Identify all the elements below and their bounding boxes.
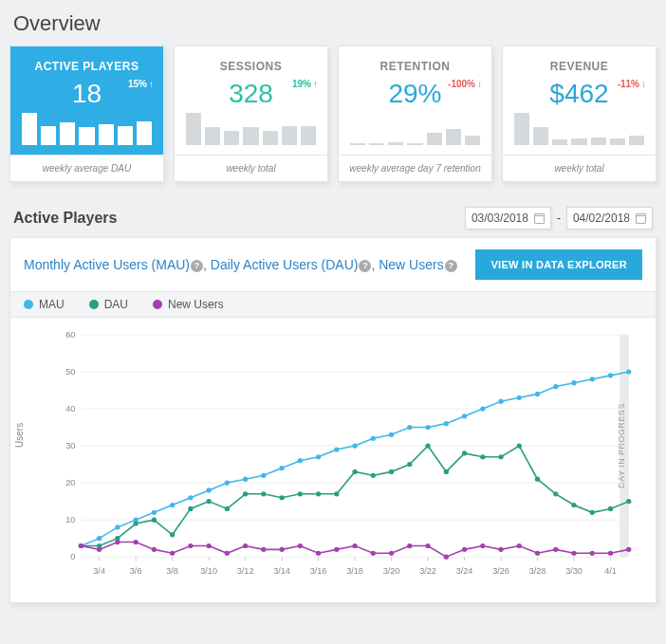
chart-link[interactable]: Monthly Active Users (MAU) — [24, 257, 190, 272]
svg-point-58 — [298, 458, 303, 463]
chart-link[interactable]: New Users — [379, 257, 443, 272]
svg-point-131 — [498, 547, 503, 552]
svg-point-108 — [79, 543, 83, 548]
date-from[interactable]: 03/03/2018 — [465, 207, 551, 230]
svg-point-95 — [407, 462, 412, 467]
card-title: RETENTION — [346, 60, 484, 73]
svg-point-117 — [243, 543, 248, 548]
svg-point-135 — [571, 551, 576, 556]
svg-point-129 — [462, 547, 467, 552]
svg-point-111 — [133, 540, 138, 544]
svg-point-61 — [352, 443, 357, 448]
card-revenue[interactable]: REVENUE-11%$462weekly total — [502, 46, 657, 182]
svg-point-96 — [425, 443, 430, 448]
page-title: Overview — [13, 11, 657, 36]
svg-point-63 — [389, 432, 394, 437]
svg-point-51 — [170, 503, 175, 507]
chart-metric-links: Monthly Active Users (MAU)?, Daily Activ… — [24, 257, 457, 272]
svg-point-47 — [97, 536, 102, 541]
legend-dot-icon — [153, 300, 162, 309]
svg-point-73 — [571, 380, 576, 385]
overview-cards: ACTIVE PLAYERS15%18weekly average DAUSES… — [9, 46, 657, 182]
svg-point-119 — [279, 547, 284, 552]
svg-point-125 — [389, 551, 394, 556]
svg-point-89 — [298, 491, 303, 496]
svg-point-72 — [553, 384, 558, 389]
card-footer: weekly total — [503, 155, 656, 181]
svg-point-123 — [352, 543, 357, 548]
svg-point-59 — [316, 454, 321, 459]
card-footer: weekly total — [175, 155, 327, 181]
svg-text:3/30: 3/30 — [565, 566, 583, 576]
trend-up-icon — [313, 79, 318, 89]
legend-item[interactable]: New Users — [153, 298, 224, 311]
svg-point-93 — [371, 473, 376, 478]
svg-point-121 — [316, 551, 321, 556]
view-in-data-explorer-button[interactable]: VIEW IN DATA EXPLORER — [475, 249, 642, 280]
legend-dot-icon — [24, 300, 33, 309]
card-footer: weekly average day 7 retention — [339, 155, 491, 181]
svg-point-65 — [425, 425, 430, 430]
svg-point-64 — [407, 425, 412, 430]
svg-point-56 — [261, 473, 266, 478]
svg-point-105 — [590, 510, 595, 515]
svg-point-130 — [480, 543, 485, 548]
svg-point-101 — [517, 443, 522, 448]
legend-item[interactable]: DAU — [89, 298, 128, 311]
svg-text:3/12: 3/12 — [237, 566, 254, 576]
svg-text:3/8: 3/8 — [166, 566, 178, 576]
svg-point-97 — [444, 469, 449, 474]
line-chart: DAY IN PROGRESS01020304050603/43/63/83/1… — [52, 325, 648, 580]
svg-point-124 — [371, 551, 376, 556]
svg-text:3/24: 3/24 — [456, 566, 473, 576]
svg-text:30: 30 — [65, 441, 75, 451]
card-retention[interactable]: RETENTION-100%29%weekly average day 7 re… — [338, 46, 492, 182]
svg-point-75 — [608, 373, 613, 377]
help-icon[interactable]: ? — [359, 260, 371, 272]
svg-point-122 — [334, 547, 339, 552]
card-active-players[interactable]: ACTIVE PLAYERS15%18weekly average DAU — [9, 46, 164, 182]
svg-point-113 — [170, 551, 175, 556]
svg-point-80 — [133, 521, 138, 525]
active-players-chart-panel: Monthly Active Users (MAU)?, Daily Activ… — [9, 237, 657, 603]
legend-item[interactable]: MAU — [24, 298, 65, 311]
card-sparkline — [503, 115, 656, 153]
svg-text:3/26: 3/26 — [492, 566, 509, 576]
svg-point-48 — [115, 524, 120, 529]
date-to[interactable]: 04/02/2018 — [566, 207, 653, 230]
svg-point-134 — [553, 547, 558, 552]
card-sessions[interactable]: SESSIONS19%328weekly total — [174, 46, 328, 182]
help-icon[interactable]: ? — [445, 260, 457, 272]
card-delta: 15% — [128, 79, 154, 89]
series-DAU — [79, 443, 632, 548]
svg-text:40: 40 — [65, 404, 75, 414]
svg-point-136 — [590, 551, 595, 556]
svg-point-85 — [225, 506, 230, 511]
chart-link[interactable]: Daily Active Users (DAU) — [211, 257, 359, 272]
card-delta: 19% — [292, 79, 318, 89]
svg-point-92 — [352, 469, 357, 474]
series-New Users — [79, 540, 632, 560]
card-delta: -100% — [448, 79, 482, 89]
trend-down-icon — [641, 79, 646, 89]
calendar-icon — [636, 213, 646, 224]
svg-point-76 — [626, 369, 631, 374]
svg-point-114 — [188, 543, 193, 548]
svg-text:3/20: 3/20 — [383, 566, 400, 576]
trend-down-icon — [477, 79, 482, 89]
svg-point-109 — [97, 547, 102, 552]
svg-point-88 — [279, 495, 284, 500]
card-title: ACTIVE PLAYERS — [18, 60, 156, 73]
svg-text:10: 10 — [65, 515, 75, 524]
help-icon[interactable]: ? — [191, 260, 203, 272]
svg-point-50 — [152, 510, 157, 515]
svg-text:3/16: 3/16 — [310, 566, 327, 576]
svg-point-54 — [225, 481, 230, 486]
chart-legend: MAUDAUNew Users — [10, 291, 656, 318]
card-delta: -11% — [618, 79, 646, 89]
svg-point-57 — [279, 466, 284, 470]
svg-point-67 — [462, 414, 467, 418]
card-footer: weekly average DAU — [10, 155, 163, 181]
svg-point-103 — [553, 491, 558, 496]
svg-point-118 — [261, 547, 266, 552]
